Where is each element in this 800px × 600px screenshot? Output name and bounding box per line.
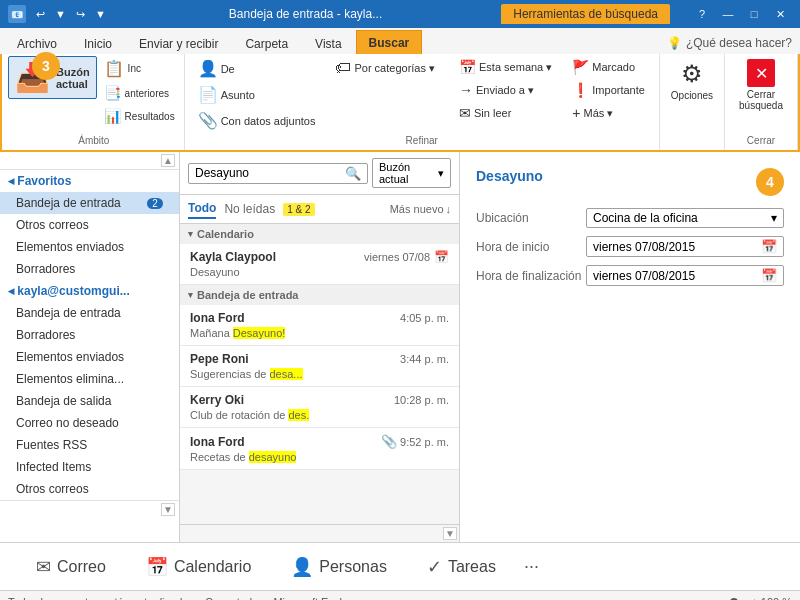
- nav-tareas[interactable]: ✓ Tareas: [407, 543, 516, 590]
- group-calendario[interactable]: ▾ Calendario: [180, 224, 459, 244]
- minimize-btn[interactable]: —: [716, 5, 740, 23]
- window-title: Bandeja de entrada - kayla...: [110, 7, 501, 21]
- sidebar-item-bandeja2[interactable]: Bandeja de entrada: [0, 302, 179, 324]
- asunto-icon: 📄: [198, 85, 218, 104]
- group-bandeja[interactable]: ▾ Bandeja de entrada: [180, 285, 459, 305]
- sidebar-item-otros-correos[interactable]: Otros correos: [0, 214, 179, 236]
- maximize-btn[interactable]: □: [742, 5, 766, 23]
- undo-area: ↩ ▼ ↪ ▼: [32, 6, 110, 23]
- undo-btn[interactable]: ↩: [32, 6, 49, 23]
- search-scope-btn[interactable]: Buzón actual ▾: [372, 158, 451, 188]
- por-categorias-btn[interactable]: 🏷 Por categorías ▾: [328, 56, 442, 80]
- sidebar-section-favoritos[interactable]: ◂ Favoritos: [0, 170, 179, 192]
- filter-tab-no-leidas[interactable]: No leídas: [224, 200, 275, 218]
- redo-btn[interactable]: ↪: [72, 6, 89, 23]
- sidebar-item-borradores[interactable]: Borradores: [0, 258, 179, 280]
- sidebar-item-elementos-enviados[interactable]: Elementos enviados: [0, 236, 179, 258]
- sidebar-item-eliminados[interactable]: Elementos elimina...: [0, 368, 179, 390]
- sidebar-item-rss[interactable]: Fuentes RSS: [0, 434, 179, 456]
- resultados-btn[interactable]: 📊 Resultados: [99, 105, 180, 127]
- view-read-icon[interactable]: ▭: [663, 595, 673, 600]
- incluir-icon: 📋: [104, 59, 124, 78]
- sin-leer-btn[interactable]: ✉ Sin leer: [452, 102, 559, 124]
- search-input-wrapper[interactable]: 🔍: [188, 163, 368, 184]
- ubicacion-value[interactable]: Cocina de la oficina ▾: [586, 208, 784, 228]
- tab-inicio[interactable]: Inicio: [71, 32, 125, 54]
- asunto-btn[interactable]: 📄 Asunto: [191, 82, 323, 107]
- calendar-group-arrow: ▾: [188, 229, 193, 239]
- msg-kayla-claypool[interactable]: Kayla Claypool viernes 07/08 📅 Desayuno: [180, 244, 459, 285]
- highlight-3: desa...: [270, 368, 303, 380]
- otros-correos-label: Otros correos: [16, 218, 89, 232]
- tab-carpeta[interactable]: Carpeta: [232, 32, 301, 54]
- hora-fin-calendar[interactable]: 📅: [761, 268, 777, 283]
- preview-5: Recetas de desayuno: [190, 451, 449, 463]
- msg-kerry-oki[interactable]: Kerry Oki 10:28 p. m. Club de rotación d…: [180, 387, 459, 428]
- main-layout: ▲ ◂ Favoritos Bandeja de entrada 2 Otros…: [0, 152, 800, 542]
- tab-enviar-recibir[interactable]: Enviar y recibir: [126, 32, 231, 54]
- sidebar-scroll-up[interactable]: ▲: [161, 154, 175, 167]
- msg-header-1: Kayla Claypool viernes 07/08 📅: [190, 250, 449, 264]
- de-btn[interactable]: 👤 De: [191, 56, 323, 81]
- nav-calendario[interactable]: 📅 Calendario: [126, 543, 271, 590]
- incluir-btn[interactable]: 📋 Inc: [99, 56, 180, 81]
- importante-btn[interactable]: ❗ Importante: [565, 79, 652, 101]
- status-connection: Conectado a: Microsoft Exchange: [205, 596, 370, 601]
- msg-pepe-roni[interactable]: Pepe Roni 3:44 p. m. Sugerencias de desa…: [180, 346, 459, 387]
- preview-4: Club de rotación de des.: [190, 409, 449, 421]
- detail-row-hora-fin: Hora de finalización viernes 07/08/2015 …: [476, 265, 784, 286]
- close-btn[interactable]: ✕: [768, 5, 792, 23]
- marcado-btn[interactable]: 🚩 Marcado: [565, 56, 652, 78]
- sidebar-scroll-down[interactable]: ▼: [161, 503, 175, 516]
- help-text[interactable]: ¿Qué desea hacer?: [686, 36, 792, 50]
- nav-more-btn[interactable]: ···: [524, 556, 539, 577]
- msglist-scroll-down[interactable]: ▼: [443, 527, 457, 540]
- sender-2: Iona Ford: [190, 311, 245, 325]
- sidebar-item-bandeja-entrada[interactable]: Bandeja de entrada 2: [0, 192, 179, 214]
- de-icon: 👤: [198, 59, 218, 78]
- nav-personas[interactable]: 👤 Personas: [271, 543, 407, 590]
- filter-tab-todo[interactable]: Todo: [188, 199, 216, 219]
- con-datos-btn[interactable]: 📎 Con datos adjuntos: [191, 108, 323, 133]
- sender-4: Kerry Oki: [190, 393, 244, 407]
- tab-archivo[interactable]: Archivo: [4, 32, 70, 54]
- esta-semana-btn[interactable]: 📅 Esta semana ▾: [452, 56, 559, 78]
- view-normal-icon[interactable]: ▭: [647, 595, 657, 600]
- help-btn[interactable]: ?: [690, 5, 714, 23]
- enviado-a-btn[interactable]: → Enviado a ▾: [452, 79, 559, 101]
- opciones-label: [666, 144, 718, 148]
- nav-correo[interactable]: ✉ Correo: [16, 543, 126, 590]
- hora-fin-value[interactable]: viernes 07/08/2015 📅: [586, 265, 784, 286]
- sidebar-item-borradores2[interactable]: Borradores: [0, 324, 179, 346]
- zoom-minus[interactable]: −: [679, 596, 685, 601]
- filter-more-btn[interactable]: Más nuevo ↓: [390, 203, 451, 215]
- tab-buscar[interactable]: Buscar: [356, 30, 423, 54]
- sidebar-item-salida[interactable]: Bandeja de salida: [0, 390, 179, 412]
- sidebar-section-account[interactable]: ◂ kayla@customgui...: [0, 280, 179, 302]
- cerrar-busqueda-btn[interactable]: ✕ Cerrarbúsqueda: [731, 56, 791, 114]
- sidebar-item-otros2[interactable]: Otros correos: [0, 478, 179, 500]
- opciones-btn[interactable]: ⚙ Opciones: [666, 56, 718, 106]
- msg-iona-ford-2[interactable]: Iona Ford 📎 9:52 p. m. Recetas de desayu…: [180, 428, 459, 470]
- importante-icon: ❗: [572, 82, 589, 98]
- zoom-plus[interactable]: +: [751, 596, 757, 601]
- sidebar-item-no-deseado[interactable]: Correo no deseado: [0, 412, 179, 434]
- hora-inicio-calendar[interactable]: 📅: [761, 239, 777, 254]
- adjunto-icon: 📎: [198, 111, 218, 130]
- zoom-control: − + 100 %: [679, 596, 792, 601]
- sidebar-item-infected[interactable]: Infected Items: [0, 456, 179, 478]
- messages-scroll[interactable]: ▾ Calendario Kayla Claypool viernes 07/0…: [180, 224, 459, 524]
- app-icon: 📧: [8, 5, 26, 23]
- search-input[interactable]: [195, 166, 345, 180]
- categorias-icon: 🏷: [335, 59, 351, 77]
- sidebar-item-enviados2[interactable]: Elementos enviados: [0, 346, 179, 368]
- msg-iona-ford-1[interactable]: Iona Ford 4:05 p. m. Mañana Desayuno!: [180, 305, 459, 346]
- undo-arrow[interactable]: ▼: [51, 6, 70, 22]
- mas-btn[interactable]: + Más ▾: [565, 102, 652, 124]
- redo-arrow[interactable]: ▼: [91, 6, 110, 22]
- tareas-icon: ✓: [427, 556, 442, 578]
- tab-vista[interactable]: Vista: [302, 32, 354, 54]
- anteriores-btn[interactable]: 📑 anteriores: [99, 82, 180, 104]
- hora-inicio-value[interactable]: viernes 07/08/2015 📅: [586, 236, 784, 257]
- ubicacion-dropdown[interactable]: ▾: [771, 211, 777, 225]
